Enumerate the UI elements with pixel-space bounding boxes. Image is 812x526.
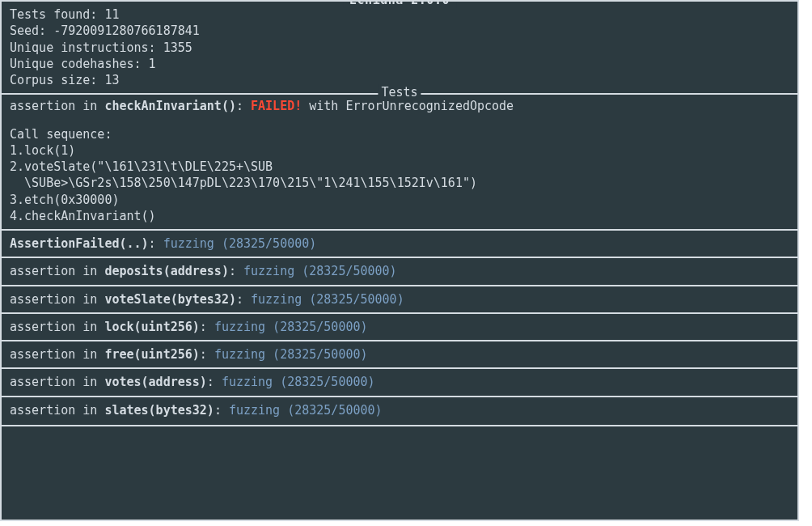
test-progress: fuzzing (28325/50000) bbox=[214, 347, 368, 362]
test-progress: fuzzing (28325/50000) bbox=[214, 320, 368, 334]
test-row: AssertionFailed(..): fuzzing (28325/5000… bbox=[2, 229, 797, 257]
stats-block: Tests found: 11 Seed: -79200912807661878… bbox=[2, 2, 797, 90]
call-sequence-label: Call sequence: bbox=[10, 126, 789, 142]
terminal-window: Echidna 2.0.0 Tests found: 11 Seed: -792… bbox=[0, 0, 799, 521]
unique-instructions-label: Unique instructions: bbox=[10, 40, 163, 55]
test-name: lock(uint256) bbox=[104, 320, 199, 334]
test-progress: fuzzing (28325/50000) bbox=[163, 236, 317, 251]
failed-colon: : bbox=[236, 99, 251, 113]
test-progress: fuzzing (28325/50000) bbox=[251, 292, 404, 307]
tests-divider: Tests bbox=[2, 93, 797, 95]
test-row: assertion in voteSlate(bytes32): fuzzing… bbox=[2, 285, 797, 312]
test-prefix: assertion in bbox=[10, 347, 104, 362]
unique-codehashes-line: Unique codehashes: 1 bbox=[10, 56, 789, 72]
test-row: assertion in lock(uint256): fuzzing (283… bbox=[2, 312, 797, 340]
unique-codehashes-label: Unique codehashes: bbox=[10, 57, 149, 71]
test-progress: fuzzing (28325/50000) bbox=[243, 264, 397, 278]
test-name: votes(address) bbox=[104, 375, 206, 389]
test-prefix: assertion in bbox=[10, 375, 104, 389]
call-line: 3.etch(0x30000) bbox=[10, 192, 789, 208]
test-row: assertion in votes(address): fuzzing (28… bbox=[2, 367, 797, 395]
test-rows: AssertionFailed(..): fuzzing (28325/5000… bbox=[2, 229, 797, 426]
test-progress: fuzzing (28325/50000) bbox=[222, 375, 375, 389]
corpus-size-value: 13 bbox=[104, 73, 119, 87]
failed-test-name: checkAnInvariant() bbox=[104, 99, 236, 113]
corpus-size-label: Corpus size: bbox=[10, 73, 104, 87]
test-name: deposits(address) bbox=[104, 264, 229, 278]
test-progress: fuzzing (28325/50000) bbox=[229, 403, 383, 418]
test-row: assertion in free(uint256): fuzzing (283… bbox=[2, 340, 797, 367]
seed-line: Seed: -7920091280766187841 bbox=[10, 23, 789, 39]
test-prefix: assertion in bbox=[10, 403, 104, 418]
test-colon: : bbox=[229, 264, 243, 278]
test-row: assertion in deposits(address): fuzzing … bbox=[2, 257, 797, 284]
test-colon: : bbox=[200, 320, 214, 334]
unique-codehashes-value: 1 bbox=[149, 57, 156, 71]
test-name: slates(bytes32) bbox=[104, 403, 214, 418]
failed-test-block: assertion in checkAnInvariant(): FAILED!… bbox=[10, 98, 789, 229]
test-prefix: assertion in bbox=[10, 320, 104, 334]
test-name: AssertionFailed(..) bbox=[10, 236, 149, 251]
app-title: Echidna 2.0.0 bbox=[343, 0, 456, 8]
test-colon: : bbox=[214, 403, 229, 418]
unique-instructions-line: Unique instructions: 1355 bbox=[10, 40, 789, 56]
test-prefix: assertion in bbox=[10, 264, 104, 278]
seed-value: -7920091280766187841 bbox=[53, 23, 200, 38]
call-line: 2.voteSlate("\161\231\t\DLE\225+\SUB bbox=[10, 159, 789, 175]
test-row: assertion in slates(bytes32): fuzzing (2… bbox=[2, 396, 797, 423]
test-colon: : bbox=[149, 236, 163, 251]
test-name: voteSlate(bytes32) bbox=[104, 292, 236, 307]
test-colon: : bbox=[207, 375, 222, 389]
test-name: free(uint256) bbox=[104, 347, 199, 362]
failed-rest: with ErrorUnrecognizedOpcode bbox=[302, 99, 514, 113]
tests-found-label: Tests found: bbox=[10, 7, 104, 22]
end-divider bbox=[2, 425, 797, 426]
failed-prefix: assertion in bbox=[10, 99, 104, 113]
tests-area: assertion in checkAnInvariant(): FAILED!… bbox=[2, 95, 797, 229]
tests-section-label: Tests bbox=[378, 84, 421, 100]
call-sequence: Call sequence: 1.lock(1) 2.voteSlate("\1… bbox=[10, 126, 789, 225]
test-prefix: assertion in bbox=[10, 292, 104, 307]
seed-label: Seed: bbox=[10, 23, 53, 38]
call-line: \SUBe>\GSr2s\158\250\147pDL\223\170\215\… bbox=[10, 175, 789, 191]
failed-status: FAILED! bbox=[251, 99, 302, 113]
call-line: 4.checkAnInvariant() bbox=[10, 208, 789, 224]
unique-instructions-value: 1355 bbox=[163, 40, 192, 55]
tests-found-line: Tests found: 11 bbox=[10, 6, 789, 23]
test-colon: : bbox=[236, 292, 251, 307]
test-colon: : bbox=[200, 347, 214, 362]
call-line: 1.lock(1) bbox=[10, 142, 789, 159]
tests-found-value: 11 bbox=[104, 7, 119, 22]
